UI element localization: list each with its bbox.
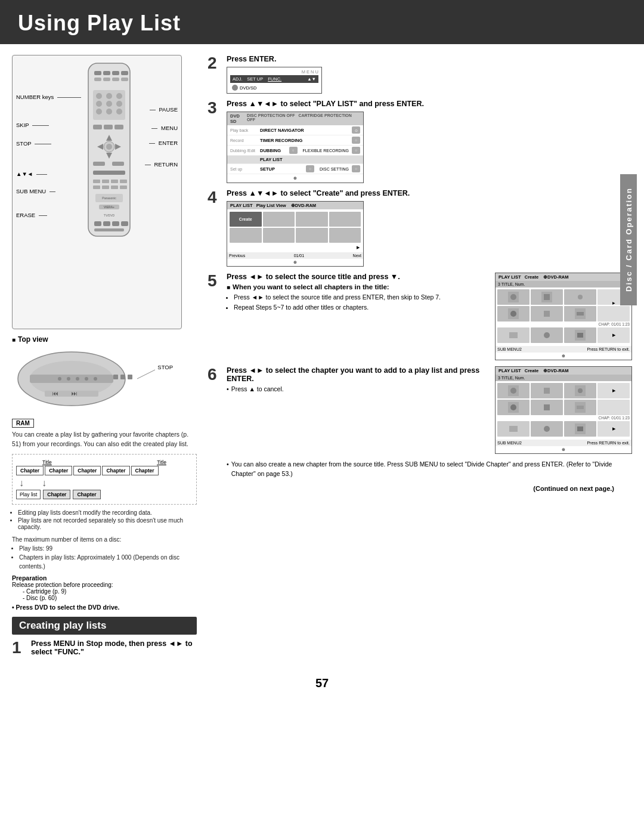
step4: 4 Press ▲▼◄► to select "Create" and pres… [208,189,632,267]
menu-dvd-sd-row: DVD/SD [230,84,318,91]
icon-disc-setting: ○ [352,165,360,172]
chapter-box-3: Chapter [73,466,101,475]
svg-rect-30 [93,171,125,175]
main-content: NUMBER keys SKIP STOP ▲▼◄ [0,44,644,670]
step5-bullet-1: Press ◄► to select the source title and … [234,293,487,302]
prep-cartridge: - Cartridge (p. 9) [12,588,197,595]
svg-point-58 [85,377,88,381]
svg-point-12 [116,93,122,99]
svg-rect-77 [509,332,518,338]
svg-point-89 [510,404,516,410]
menu-setup: SET UP [247,76,263,82]
step6-cell-8 [597,400,630,415]
svg-rect-31 [93,180,100,183]
page-header: Using Play List [0,0,644,44]
step6-grid-2 [497,400,630,415]
sub-menu-label: SUB MENU [16,186,81,198]
remote-svg: Panasonic VIERA+ TV/DVD [76,60,142,245]
step6-cell-2 [531,383,563,398]
svg-point-10 [96,93,102,99]
menu-screen-bar: ADJ. SET UP FUNC. ▲▼ [230,75,318,83]
step6-cell-4: ▶ [597,383,630,398]
enter-label-right: ENTER [145,137,178,150]
step6-grid-1: ▶ [497,383,630,398]
sub-menu2-label: SUB MENU2 [497,347,522,351]
svg-point-55 [58,377,61,381]
continued-text: (Continued on next page.) [208,485,632,492]
svg-rect-3 [112,71,119,75]
svg-rect-38 [120,186,127,189]
playlist-content: Create ▶ [227,209,363,252]
menu-arrow: ▲▼ [307,76,316,82]
menu-screen-title: M E N U [230,69,318,75]
source-cell-1 [497,289,530,305]
step5-content: Press ◄► to select the source title and … [227,273,632,360]
dvd-header-right: DISC PROTECTION OFF CARTRIDGE PROTECTION… [247,113,360,124]
bullet-note-1: Editing play lists doesn't modify the re… [18,509,197,516]
step3-screen: DVD SD DISC PROTECTION OFF CARTRIDGE PRO… [227,112,364,183]
svg-text:⏭: ⏭ [72,390,78,397]
step1-content: Press MENU in Stop mode, then press ◄► t… [31,639,197,656]
pause-label: PAUSE [145,103,178,117]
step6-icon: ⊕ [496,446,631,453]
svg-text:Panasonic: Panasonic [102,196,116,200]
prep-title: Preparation [12,574,197,582]
playlist-grid: Create [230,212,361,243]
playlist-footer: Previous 01/01 Next [227,252,363,259]
step6-screen-header: PLAY LIST Create ⊕DVD-RAM [496,367,631,375]
step6-cell-11 [564,421,596,437]
step4-number: 4 [208,189,221,206]
playlist-cell-2 [263,212,295,227]
title-label-1: Title [42,459,52,465]
number-keys-label: NUMBER keys [16,91,81,104]
svg-rect-33 [111,180,118,183]
svg-point-11 [106,93,112,99]
source-content: ▶ [496,288,631,345]
dvd-header-left: DVD SD [230,113,247,124]
svg-rect-95 [509,426,518,432]
step1-number: 1 [12,639,25,656]
return-exit-label: Press RETURN to exit. [587,347,630,351]
step5-screen: PLAY LIST Create ⊕DVD-RAM 3 TITLE, Num. [495,273,632,360]
svg-rect-20 [104,125,113,129]
top-view-diagram: ⏮ ⏭ STOP [12,346,173,414]
disc-card-operation-tab: Disc / Card Operation [620,174,637,305]
step4-screen: PLAY LIST Play List View ⊕DVD-RAM Create [227,201,364,267]
prep-bold-note: • Press DVD to select the DVD drive. [12,604,197,611]
menu-dvd-sd: DVD/SD [240,85,256,91]
svg-rect-5 [94,78,101,81]
source-cell-9 [497,327,530,343]
svg-point-71 [510,311,516,317]
playlist-label: Play list [16,490,41,499]
playlist-cell-6 [263,228,295,243]
source-cell-6 [531,306,563,322]
svg-rect-53 [120,375,125,379]
source-cell-2 [531,289,563,305]
svg-rect-73 [544,311,550,317]
svg-rect-8 [121,78,128,81]
svg-rect-35 [93,186,100,189]
max-item-2: Chapters in play lists: Approximately 1 … [19,553,197,571]
svg-rect-37 [111,186,118,189]
svg-rect-54 [128,375,132,379]
source-cell-8 [597,306,630,322]
footer-page: 01/01 [294,254,305,258]
svg-point-15 [116,101,122,107]
source-cell-12: ▶ [597,327,630,343]
stop-label-topview: STOP [157,364,173,370]
step6-grid-3: ▶ [497,421,630,437]
nav-arrow-right: ▶ [230,245,361,250]
step5: 5 Press ◄► to select the source title an… [208,273,632,360]
playlist-screen-header: PLAY LIST Play List View ⊕DVD-RAM [227,202,363,209]
step5-number: 5 [208,273,221,289]
playlist-cell-4 [329,212,361,227]
step6-screen-footer: SUB MENU2 Press RETURN to exit. [496,440,631,446]
step3-number: 3 [208,100,221,116]
playlist-screen-icon: ⊕ [227,259,363,266]
flexible-rec-label: FLEXIBLE RECORDING [303,149,349,153]
step3-content: Press ▲▼◄► to select "PLAY LIST" and pre… [227,100,632,183]
svg-rect-48 [94,228,124,231]
step6-cell-12: ▶ [597,421,630,437]
svg-point-79 [544,332,550,338]
source-cell-5 [497,306,530,322]
